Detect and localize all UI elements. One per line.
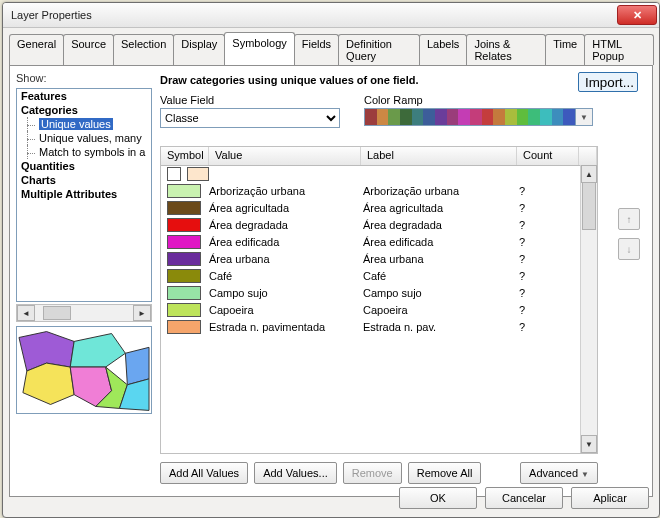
tree-categories[interactable]: Categories <box>17 103 151 117</box>
arrow-up-icon: ↑ <box>627 214 632 225</box>
color-ramp-dropdown[interactable]: ▼ <box>576 108 593 126</box>
table-row[interactable]: Arborização urbanaArborização urbana? <box>161 182 581 199</box>
tab-joins-relates[interactable]: Joins & Relates <box>466 34 546 65</box>
table-row[interactable]: Estrada n. pavimentadaEstrada n. pav.? <box>161 318 581 335</box>
table-row[interactable]: Campo sujoCampo sujo? <box>161 284 581 301</box>
tree-item[interactable]: Unique values, many <box>17 131 151 145</box>
close-icon: ✕ <box>633 9 642 22</box>
import-button[interactable]: Import... <box>578 72 638 92</box>
col-value[interactable]: Value <box>209 147 361 165</box>
col-label[interactable]: Label <box>361 147 517 165</box>
tab-definition-query[interactable]: Definition Query <box>338 34 420 65</box>
description-text: Draw categories using unique values of o… <box>160 70 646 90</box>
table-row[interactable]: Área edificadaÁrea edificada? <box>161 233 581 250</box>
col-symbol[interactable]: Symbol <box>161 147 209 165</box>
symbology-preview-map <box>16 326 152 414</box>
advanced-button[interactable]: Advanced ▼ <box>520 462 598 484</box>
color-ramp-label: Color Ramp <box>364 94 593 106</box>
table-row[interactable]: Área degradadaÁrea degradada? <box>161 216 581 233</box>
grid-body[interactable]: Arborização urbanaArborização urbana?Áre… <box>161 165 581 453</box>
scroll-right-icon[interactable]: ► <box>133 305 151 321</box>
tree-features[interactable]: Features <box>17 89 151 103</box>
scroll-down-icon[interactable]: ▼ <box>581 435 597 453</box>
tab-time[interactable]: Time <box>545 34 585 65</box>
tab-general[interactable]: General <box>9 34 64 65</box>
tab-symbology[interactable]: Symbology <box>224 32 294 65</box>
tab-display[interactable]: Display <box>173 34 225 65</box>
add-all-values-button[interactable]: Add All Values <box>160 462 248 484</box>
titlebar[interactable]: Layer Properties ✕ <box>3 3 659 28</box>
table-row-all-other[interactable] <box>161 165 581 182</box>
symbol-grid: Symbol Value Label Count Arborização urb… <box>160 146 598 454</box>
scroll-thumb[interactable] <box>43 306 71 320</box>
chevron-down-icon: ▼ <box>580 113 588 122</box>
symbol-swatch[interactable] <box>187 167 209 181</box>
remove-all-button[interactable]: Remove All <box>408 462 482 484</box>
value-field-label: Value Field <box>160 94 340 106</box>
checkbox[interactable] <box>167 167 181 181</box>
tab-source[interactable]: Source <box>63 34 114 65</box>
table-row[interactable]: Área urbanaÁrea urbana? <box>161 250 581 267</box>
tree-item[interactable]: Match to symbols in a <box>17 145 151 159</box>
table-row[interactable]: CaféCafé? <box>161 267 581 284</box>
grid-header[interactable]: Symbol Value Label Count <box>161 147 597 166</box>
chevron-down-icon: ▼ <box>581 470 589 479</box>
apply-button[interactable]: Aplicar <box>571 487 649 509</box>
scroll-up-icon[interactable]: ▲ <box>581 165 597 183</box>
right-pane: Draw categories using unique values of o… <box>160 70 646 490</box>
col-count[interactable]: Count <box>517 147 579 165</box>
tab-labels[interactable]: Labels <box>419 34 467 65</box>
tab-html-popup[interactable]: HTML Popup <box>584 34 654 65</box>
ok-button[interactable]: OK <box>399 487 477 509</box>
tree-charts[interactable]: Charts <box>17 173 151 187</box>
symbol-swatch[interactable] <box>167 303 201 317</box>
move-down-button[interactable]: ↓ <box>618 238 640 260</box>
value-field-select[interactable]: Classe <box>160 108 340 128</box>
symbol-swatch[interactable] <box>167 201 201 215</box>
close-button[interactable]: ✕ <box>617 5 657 25</box>
show-tree[interactable]: Features Categories Unique valuesUnique … <box>16 88 152 302</box>
table-row[interactable]: Área agricultadaÁrea agricultada? <box>161 199 581 216</box>
window-title: Layer Properties <box>11 9 617 21</box>
symbol-swatch[interactable] <box>167 235 201 249</box>
add-values-button[interactable]: Add Values... <box>254 462 337 484</box>
tree-item[interactable]: Unique values <box>17 117 151 131</box>
symbol-swatch[interactable] <box>167 286 201 300</box>
tree-horizontal-scrollbar[interactable]: ◄ ► <box>16 304 152 322</box>
tree-multiple-attributes[interactable]: Multiple Attributes <box>17 187 151 201</box>
scroll-thumb[interactable] <box>582 182 596 230</box>
left-pane: Features Categories Unique valuesUnique … <box>16 88 152 414</box>
cancel-button[interactable]: Cancelar <box>485 487 563 509</box>
tab-selection[interactable]: Selection <box>113 34 174 65</box>
symbol-swatch[interactable] <box>167 252 201 266</box>
grid-vertical-scrollbar[interactable]: ▲ ▼ <box>580 165 597 453</box>
remove-button[interactable]: Remove <box>343 462 402 484</box>
tab-fields[interactable]: Fields <box>294 34 339 65</box>
symbol-swatch[interactable] <box>167 218 201 232</box>
tree-quantities[interactable]: Quantities <box>17 159 151 173</box>
symbol-swatch[interactable] <box>167 320 201 334</box>
layer-properties-dialog: Layer Properties ✕ GeneralSourceSelectio… <box>2 2 660 518</box>
table-row[interactable]: CapoeiraCapoeira? <box>161 301 581 318</box>
scroll-left-icon[interactable]: ◄ <box>17 305 35 321</box>
symbol-swatch[interactable] <box>167 269 201 283</box>
symbol-swatch[interactable] <box>167 184 201 198</box>
tab-strip: GeneralSourceSelectionDisplaySymbologyFi… <box>3 28 659 65</box>
tab-body-symbology: Show: Features Categories Unique valuesU… <box>9 65 653 497</box>
color-ramp[interactable] <box>364 108 576 126</box>
arrow-down-icon: ↓ <box>627 244 632 255</box>
move-up-button[interactable]: ↑ <box>618 208 640 230</box>
